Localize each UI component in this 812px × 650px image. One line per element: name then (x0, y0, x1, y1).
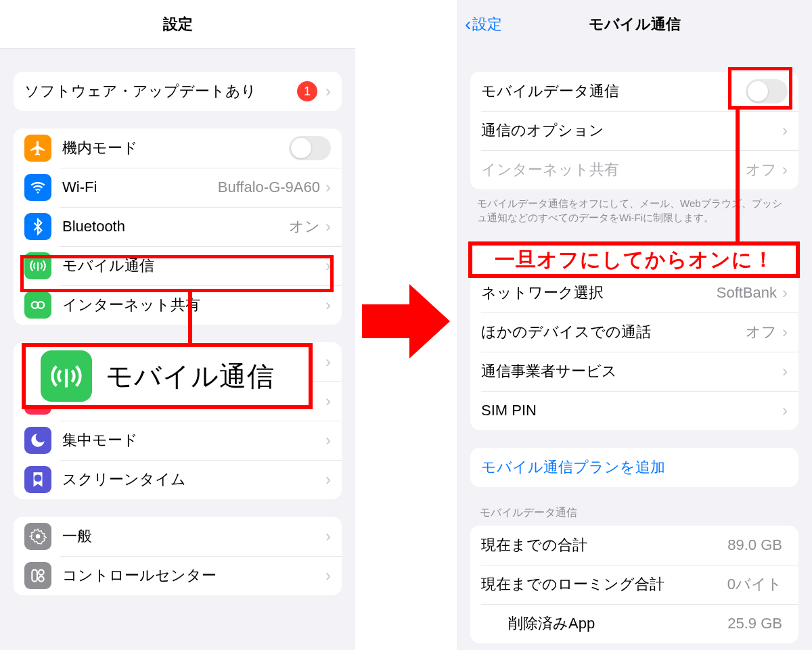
usage-group: 現在までの合計 89.0 GB 現在までのローミング合計 0バイト 削除済みAp… (470, 526, 798, 643)
row-label: 現在までの合計 (481, 535, 727, 555)
network-selection-row[interactable]: ネットワーク選択 SoftBank › (470, 273, 798, 312)
cellular-row[interactable]: モバイル通信 › (14, 246, 342, 285)
row-value: 0バイト (727, 574, 782, 595)
chevron-icon: › (325, 527, 331, 546)
personal-hotspot-row[interactable]: インターネット共有 › (14, 285, 342, 325)
gear-icon (24, 523, 51, 550)
airplane-icon (24, 135, 51, 162)
row-label: 現在までのローミング合計 (481, 574, 727, 595)
network-group: ネットワーク選択 SoftBank › ほかのデバイスでの通話 オフ › 通信事… (470, 273, 798, 430)
row-label: ほかのデバイスでの通話 (481, 322, 746, 342)
chevron-icon: › (325, 256, 331, 275)
chevron-left-icon: ‹ (465, 14, 471, 35)
row-label: インターネット共有 (62, 295, 325, 315)
chevron-icon: › (325, 296, 331, 315)
svg-marker-8 (362, 284, 450, 358)
deleted-apps-row[interactable]: 削除済みApp 25.9 GB (470, 604, 798, 643)
chevron-icon: › (325, 178, 331, 197)
back-button[interactable]: ‹ 設定 (465, 0, 502, 49)
screentime-row[interactable]: スクリーンタイム › (14, 460, 342, 499)
chevron-icon: › (782, 362, 788, 381)
callout-text-label: 一旦オフにしてからオンに！ (495, 246, 774, 274)
row-label: ネットワーク選択 (481, 283, 717, 303)
hotspot-icon (24, 292, 51, 319)
screentime-icon (24, 466, 51, 493)
calls-on-other-devices-row[interactable]: ほかのデバイスでの通話 オフ › (470, 312, 798, 352)
arrow-right-icon (362, 284, 450, 358)
row-label: モバイル通信 (62, 256, 325, 276)
software-update-group: ソフトウェア・アップデートあり 1 › (14, 72, 342, 111)
general-group: 一般 › コントロールセンター › (14, 517, 342, 595)
row-label: 通信事業者サービス (481, 361, 782, 381)
row-label: ソフトウェア・アップデートあり (24, 81, 297, 101)
callout-cellular: モバイル通信 (22, 343, 313, 409)
callout-label: モバイル通信 (106, 358, 275, 395)
svg-point-0 (37, 191, 39, 193)
chevron-icon: › (782, 323, 788, 342)
connectivity-group: 機内モード Wi-Fi Buffalo-G-9A60 › Bluetooth オ… (14, 129, 342, 325)
chevron-icon: › (325, 470, 331, 489)
chevron-icon: › (782, 283, 788, 302)
chevron-icon: › (782, 401, 788, 420)
page-title: モバイル通信 (589, 14, 681, 34)
airplane-toggle[interactable] (289, 136, 331, 160)
chevron-icon: › (782, 121, 788, 140)
row-value: Buffalo-G-9A60 (218, 179, 320, 196)
wifi-row[interactable]: Wi-Fi Buffalo-G-9A60 › (14, 168, 342, 207)
wifi-icon (24, 174, 51, 201)
bluetooth-icon (24, 213, 51, 240)
mobile-data-row[interactable]: モバイルデータ通信 (470, 72, 798, 111)
control-center-icon (24, 562, 51, 589)
row-label: スクリーンタイム (62, 469, 325, 490)
row-label: インターネット共有 (481, 160, 746, 180)
add-plan-group: モバイル通信プランを追加 (470, 448, 798, 487)
chevron-icon: › (325, 82, 331, 101)
row-value: 25.9 GB (727, 615, 782, 632)
current-period-row[interactable]: 現在までの合計 89.0 GB (470, 526, 798, 565)
focus-row[interactable]: 集中モード › (14, 421, 342, 460)
control-center-row[interactable]: コントロールセンター › (14, 556, 342, 595)
update-badge: 1 (297, 81, 317, 101)
section-header: モバイルデータ通信 (457, 487, 812, 526)
svg-point-7 (39, 576, 44, 582)
software-update-row[interactable]: ソフトウェア・アップデートあり 1 › (14, 72, 342, 111)
row-value: オフ (746, 160, 777, 180)
row-label: 機内モード (62, 138, 289, 158)
personal-hotspot-row-2: インターネット共有 オフ › (470, 150, 798, 189)
sim-pin-row[interactable]: SIM PIN › (470, 391, 798, 430)
bluetooth-row[interactable]: Bluetooth オン › (14, 207, 342, 246)
arrow-gap (355, 0, 457, 650)
cellular-data-group: モバイルデータ通信 通信のオプション › インターネット共有 オフ › (470, 72, 798, 189)
add-cellular-plan-row[interactable]: モバイル通信プランを追加 (470, 448, 798, 487)
chevron-icon: › (782, 160, 788, 179)
svg-rect-5 (32, 570, 37, 581)
cellular-icon-large (41, 350, 92, 402)
cellular-screen: ‹ 設定 モバイル通信 モバイルデータ通信 通信のオプション › インターネット… (457, 0, 812, 650)
svg-point-4 (36, 534, 41, 539)
row-label: 削除済みApp (481, 613, 727, 634)
row-value: 89.0 GB (727, 536, 782, 554)
row-label: モバイル通信プランを追加 (481, 457, 788, 478)
group-footer: モバイルデータ通信をオフにして、メール、Webブラウズ、プッシュ通知などのすべて… (457, 189, 812, 225)
airplane-mode-row[interactable]: 機内モード (14, 129, 342, 168)
chevron-icon: › (325, 352, 331, 371)
focus-icon (24, 427, 51, 454)
carrier-services-row[interactable]: 通信事業者サービス › (470, 352, 798, 391)
row-label: コントロールセンター (62, 565, 325, 586)
nav-bar: ‹ 設定 モバイル通信 (457, 0, 812, 49)
row-value: オフ (746, 322, 777, 342)
row-label: モバイルデータ通信 (481, 81, 746, 101)
annotation-line (188, 292, 192, 343)
data-options-row[interactable]: 通信のオプション › (470, 111, 798, 150)
nav-bar: 設定 (0, 0, 355, 49)
roaming-period-row[interactable]: 現在までのローミング合計 0バイト (470, 565, 798, 604)
page-title: 設定 (163, 14, 193, 34)
general-row[interactable]: 一般 › (14, 517, 342, 556)
mobile-data-toggle[interactable] (746, 79, 788, 103)
callout-instruction: 一旦オフにしてからオンに！ (468, 241, 800, 278)
settings-screen: 設定 ソフトウェア・アップデートあり 1 › 機内モード Wi-Fi (0, 0, 355, 650)
row-label: 集中モード (62, 430, 325, 450)
chevron-icon: › (325, 392, 331, 411)
row-label: Bluetooth (62, 218, 289, 235)
chevron-icon: › (325, 217, 331, 236)
